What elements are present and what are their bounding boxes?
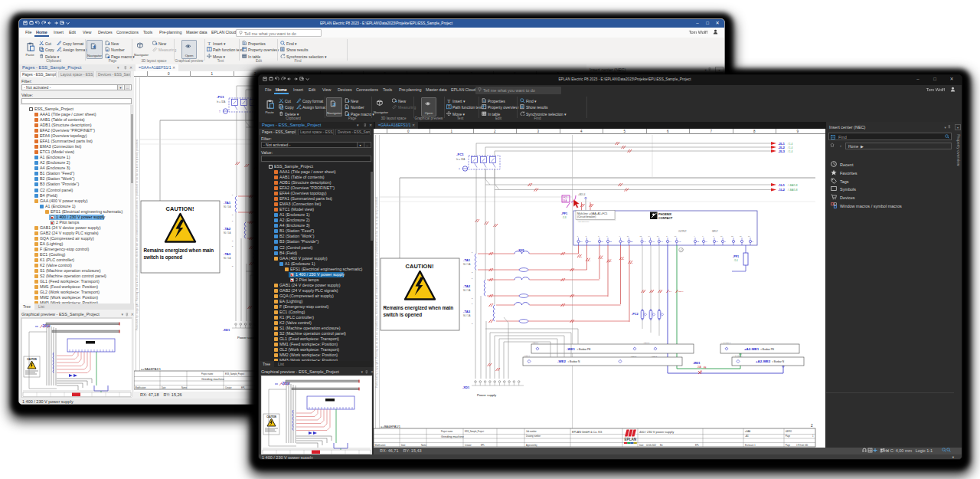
svg-text:Page: Page <box>786 435 791 438</box>
svg-text:-PC2: -PC2 <box>632 313 639 316</box>
svg-text:Grinding machine: Grinding machine <box>201 378 224 381</box>
svg-text:-XD1: -XD1 <box>223 328 230 332</box>
svg-text:Date: Date <box>401 444 406 447</box>
svg-text:≈ Busbar N: ≈ Busbar N <box>567 360 580 363</box>
svg-text:/ -BA/5.8: / -BA/5.8 <box>788 189 798 192</box>
svg-text:16 A: 16 A <box>563 199 567 202</box>
svg-text:-TA3: -TA3 <box>463 310 471 313</box>
svg-text:ADE EEPROT: ADE EEPROT <box>577 221 590 223</box>
svg-text:90 / 5 A: 90 / 5 A <box>224 205 231 208</box>
svg-text:-TA3: -TA3 <box>224 252 231 256</box>
svg-text:-WE2.1: -WE2.1 <box>524 355 531 357</box>
svg-text:+A2-WE2: +A2-WE2 <box>756 359 771 363</box>
svg-text:-WE2: -WE2 <box>557 359 567 363</box>
svg-text:-X05: -X05 <box>518 248 524 252</box>
svg-text:switch is opened: switch is opened <box>144 254 183 261</box>
svg-text:Multi-line: =GAA+A1+FC5: Multi-line: =GAA+A1+FC5 <box>577 212 607 215</box>
svg-text:Modification: Modification <box>375 444 386 447</box>
svg-text:In = 32A: In = 32A <box>217 100 225 103</box>
svg-text:EPL: EPL <box>481 444 485 447</box>
svg-text:Remains energized when main: Remains energized when main <box>384 305 454 311</box>
svg-text:CAUTION: CAUTION <box>27 358 37 361</box>
svg-text:PHOENIX: PHOENIX <box>658 213 672 216</box>
svg-text:Creator: Creator <box>465 444 472 447</box>
svg-text:Enclosure 1: Enclosure 1 <box>745 444 756 447</box>
svg-text:02.06.2022: 02.06.2022 <box>646 444 657 447</box>
svg-text:C-: C- <box>752 241 754 243</box>
svg-text:Protected by copyright. Passin: Protected by copyright. Passing on as we… <box>375 196 378 388</box>
svg-text:Creator: Creator <box>225 386 232 389</box>
svg-text:Modification: Modification <box>136 386 146 389</box>
svg-text:=GAA: =GAA <box>745 430 750 433</box>
svg-text:Grinding machine: Grinding machine <box>441 435 464 438</box>
svg-text:INPUT: INPUT <box>712 230 718 233</box>
svg-text:Project name: Project name <box>441 430 453 433</box>
svg-text:Date: Date <box>639 444 644 447</box>
svg-text:-FC5: -FC5 <box>563 196 567 199</box>
svg-text:EPLAN GmbH & Co. KG: EPLAN GmbH & Co. KG <box>572 431 603 434</box>
svg-text:T: T <box>207 41 211 46</box>
svg-text:WE2.2: WE2.2 <box>652 356 658 358</box>
svg-text:T: T <box>459 168 460 171</box>
svg-text:2: 2 <box>811 424 813 428</box>
svg-text:≈ Busbar PE: ≈ Busbar PE <box>760 348 774 351</box>
svg-text:T: T <box>448 104 450 109</box>
svg-text:/1.8: /1.8 <box>563 216 567 219</box>
svg-text:90 / 5 A: 90 / 5 A <box>463 314 471 317</box>
svg-text:PE: PE <box>704 366 707 369</box>
svg-text:Page: Page <box>786 444 791 447</box>
svg-text:Drawing number: Drawing number <box>526 435 541 438</box>
svg-text:VN: VN <box>678 241 681 243</box>
svg-text:90 / 5 A: 90 / 5 A <box>224 231 231 235</box>
svg-text:Power supply: Power supply <box>477 393 497 397</box>
svg-text:=+BA&EPA1/1: =+BA&EPA1/1 <box>141 367 162 371</box>
svg-text:/ 1.4: / 1.4 <box>788 150 792 153</box>
svg-text:90 / 5 A: 90 / 5 A <box>463 263 471 266</box>
svg-text:+A2-WE2.1: +A2-WE2.1 <box>733 355 743 357</box>
svg-text:+A1: +A1 <box>745 435 749 438</box>
svg-text:-1L1: -1L1 <box>778 183 786 187</box>
svg-text:CAUTION!: CAUTION! <box>406 263 434 270</box>
svg-text:20A: 20A <box>697 366 701 369</box>
svg-text:Power supply: Power supply <box>237 336 257 340</box>
svg-text:PE/1.7: PE/1.7 <box>678 290 684 292</box>
svg-text:(Circuit breaker): (Circuit breaker) <box>577 215 596 218</box>
svg-text:PE: PE <box>697 241 700 243</box>
svg-text:CAUTION: CAUTION <box>266 415 276 418</box>
svg-text:-TA1: -TA1 <box>224 201 231 205</box>
svg-text:/ 1.4: / 1.4 <box>788 146 792 149</box>
svg-text:-TA2: -TA2 <box>224 227 231 231</box>
svg-text:-WE1.3: -WE1.3 <box>643 342 650 344</box>
svg-text:CONTACT: CONTACT <box>658 217 673 220</box>
svg-text:ESS_Sample_Project: ESS_Sample_Project <box>225 372 244 376</box>
svg-text:N: N <box>724 241 726 243</box>
svg-text:Name: Name <box>421 444 426 447</box>
svg-text:Name: Name <box>181 386 187 389</box>
svg-text:EPL: EPL <box>695 444 699 447</box>
svg-text:400 / 230 V power supply: 400 / 230 V power supply <box>639 430 674 434</box>
svg-text:=+BA&EPA1/1: =+BA&EPA1/1 <box>381 425 401 428</box>
svg-text:-XD1: -XD1 <box>462 385 470 389</box>
svg-text:-FC1: -FC1 <box>217 95 224 99</box>
svg-text:T: T <box>208 47 211 51</box>
svg-text:90 / 5 A: 90 / 5 A <box>463 289 471 292</box>
svg-text:-1L2: -1L2 <box>778 188 786 192</box>
svg-text:Project name: Project name <box>201 372 214 376</box>
svg-text:-PF1: -PF1 <box>561 212 567 215</box>
svg-text:WE0.2: WE0.2 <box>631 356 637 358</box>
svg-text:Remains energized when main: Remains energized when main <box>144 248 214 254</box>
svg-text:ESS_Sample_Project: ESS_Sample_Project <box>465 430 484 433</box>
svg-text:/ -BA/5.8: / -BA/5.8 <box>788 184 798 187</box>
svg-text:/1.4: /1.4 <box>734 259 738 262</box>
svg-text:Job number: Job number <box>526 430 537 433</box>
svg-text:-W01: -W01 <box>693 361 701 365</box>
svg-text:/ 1.4: / 1.4 <box>788 143 792 146</box>
svg-text:-PF1: -PF1 <box>733 255 739 258</box>
svg-text:EPLAN: EPLAN <box>625 438 637 441</box>
svg-text:CAUTION!: CAUTION! <box>166 205 194 212</box>
svg-text:+BD1.4: +BD1.4 <box>578 193 586 196</box>
svg-text:-TA1: -TA1 <box>463 258 471 262</box>
svg-text:&EFS1: &EFS1 <box>786 430 792 433</box>
svg-text:T: T <box>219 110 220 113</box>
svg-text:In = 32A: In = 32A <box>456 158 465 161</box>
